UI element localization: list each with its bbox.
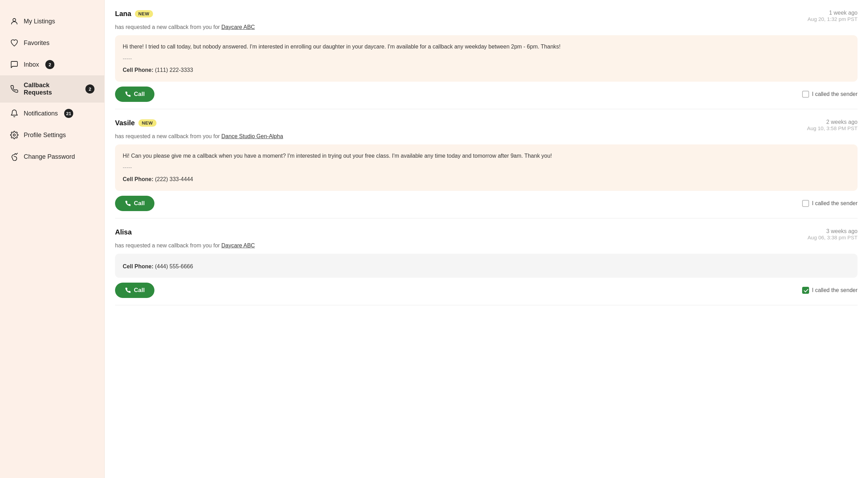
sidebar-item-profile-settings[interactable]: Profile Settings xyxy=(0,124,104,146)
request-alisa-message-box: Cell Phone: (444) 555-6666 xyxy=(115,254,858,278)
gear-icon xyxy=(10,130,19,140)
request-alisa-listing-link[interactable]: Daycare ABC xyxy=(221,242,255,248)
request-lana: Lana NEW 1 week ago Aug 20, 1:32 pm PST … xyxy=(115,0,858,109)
request-alisa-header: Alisa 3 weeks ago Aug 06, 3:38 pm PST xyxy=(115,228,858,240)
request-lana-time: 1 week ago Aug 20, 1:32 pm PST xyxy=(808,10,858,22)
request-alisa-phone: Cell Phone: (444) 555-6666 xyxy=(123,262,850,271)
request-alisa-time-ago: 3 weeks ago xyxy=(808,228,858,234)
request-alisa-header-left: Alisa xyxy=(115,228,132,236)
sidebar-item-notifications[interactable]: Notifications 21 xyxy=(0,103,104,124)
chat-icon xyxy=(10,60,19,69)
request-vasile-header-left: Vasile NEW xyxy=(115,119,157,127)
request-lana-name: Lana xyxy=(115,10,131,18)
request-lana-separator: ----- xyxy=(123,54,850,63)
request-vasile-call-button[interactable]: Call xyxy=(115,196,154,211)
heart-icon xyxy=(10,38,19,47)
sidebar-item-my-listings[interactable]: My Listings xyxy=(0,10,104,32)
request-vasile-name: Vasile xyxy=(115,119,135,127)
main-content: Lana NEW 1 week ago Aug 20, 1:32 pm PST … xyxy=(105,0,868,478)
request-vasile-subtitle: has requested a new callback from you fo… xyxy=(115,133,858,140)
request-vasile-phone: Cell Phone: (222) 333-4444 xyxy=(123,175,850,184)
svg-point-1 xyxy=(13,134,15,136)
request-lana-date: Aug 20, 1:32 pm PST xyxy=(808,16,858,22)
request-lana-new-badge: NEW xyxy=(135,10,153,17)
phone-icon xyxy=(10,84,19,94)
sidebar-item-change-password[interactable]: Change Password xyxy=(0,146,104,167)
request-lana-header-left: Lana NEW xyxy=(115,10,153,18)
sidebar-item-inbox[interactable]: Inbox 2 xyxy=(0,54,104,75)
sidebar-label-my-listings: My Listings xyxy=(24,18,55,25)
request-vasile-call-row: Call I called the sender xyxy=(115,196,858,211)
notifications-badge: 21 xyxy=(64,109,73,118)
phone-call-icon xyxy=(125,200,131,207)
request-lana-time-ago: 1 week ago xyxy=(808,10,858,16)
request-lana-called-label[interactable]: I called the sender xyxy=(802,91,858,98)
sidebar-label-change-password: Change Password xyxy=(24,153,75,160)
request-lana-phone: Cell Phone: (111) 222-3333 xyxy=(123,66,850,75)
request-alisa-call-row: Call I called the sender xyxy=(115,283,858,298)
request-lana-message-text: Hi there! I tried to call today, but nob… xyxy=(123,42,850,51)
sidebar-item-callback-requests[interactable]: Callback Requests 2 xyxy=(0,75,104,103)
sidebar-label-favorites: Favorites xyxy=(24,39,50,47)
request-alisa-call-button[interactable]: Call xyxy=(115,283,154,298)
callback-requests-badge: 2 xyxy=(85,84,94,94)
sidebar-label-notifications: Notifications xyxy=(24,110,58,117)
bell-icon xyxy=(10,109,19,118)
request-vasile-called-label[interactable]: I called the sender xyxy=(802,200,858,207)
request-lana-message-box: Hi there! I tried to call today, but nob… xyxy=(115,35,858,82)
request-vasile-message-text: Hi! Can you please give me a callback wh… xyxy=(123,151,850,160)
sidebar-label-inbox: Inbox xyxy=(24,61,39,68)
request-alisa-time: 3 weeks ago Aug 06, 3:38 pm PST xyxy=(808,228,858,240)
request-alisa-subtitle: has requested a new callback from you fo… xyxy=(115,242,858,249)
request-vasile: Vasile NEW 2 weeks ago Aug 10, 3:58 PM P… xyxy=(115,109,858,218)
phone-call-icon xyxy=(125,287,131,293)
sidebar: My Listings Favorites Inbox 2 Callback R… xyxy=(0,0,105,478)
request-lana-call-row: Call I called the sender xyxy=(115,87,858,102)
request-alisa-called-label[interactable]: I called the sender xyxy=(802,287,858,294)
svg-point-0 xyxy=(13,18,16,21)
request-vasile-time: 2 weeks ago Aug 10, 3:58 PM PST xyxy=(807,119,858,131)
request-alisa-name: Alisa xyxy=(115,228,132,236)
request-lana-listing-link[interactable]: Daycare ABC xyxy=(221,24,255,30)
request-lana-subtitle: has requested a new callback from you fo… xyxy=(115,24,858,30)
sidebar-label-callback-requests: Callback Requests xyxy=(24,82,79,96)
request-alisa-called-checkbox[interactable] xyxy=(802,287,809,294)
request-vasile-header: Vasile NEW 2 weeks ago Aug 10, 3:58 PM P… xyxy=(115,119,858,131)
request-lana-header: Lana NEW 1 week ago Aug 20, 1:32 pm PST xyxy=(115,10,858,22)
request-alisa: Alisa 3 weeks ago Aug 06, 3:38 pm PST ha… xyxy=(115,218,858,306)
sidebar-item-favorites[interactable]: Favorites xyxy=(0,32,104,54)
key-icon xyxy=(10,152,19,161)
request-vasile-listing-link[interactable]: Dance Studio Gen-Alpha xyxy=(221,133,283,139)
request-vasile-called-checkbox[interactable] xyxy=(802,200,809,207)
request-vasile-new-badge: NEW xyxy=(138,119,157,127)
request-lana-call-button[interactable]: Call xyxy=(115,87,154,102)
request-vasile-date: Aug 10, 3:58 PM PST xyxy=(807,125,858,131)
phone-call-icon xyxy=(125,91,131,97)
inbox-badge: 2 xyxy=(45,60,54,69)
request-lana-called-checkbox[interactable] xyxy=(802,91,809,98)
person-circle-icon xyxy=(10,17,19,26)
sidebar-label-profile-settings: Profile Settings xyxy=(24,132,66,139)
request-alisa-date: Aug 06, 3:38 pm PST xyxy=(808,234,858,240)
request-vasile-message-box: Hi! Can you please give me a callback wh… xyxy=(115,144,858,191)
request-vasile-time-ago: 2 weeks ago xyxy=(807,119,858,125)
request-vasile-separator: ----- xyxy=(123,163,850,172)
